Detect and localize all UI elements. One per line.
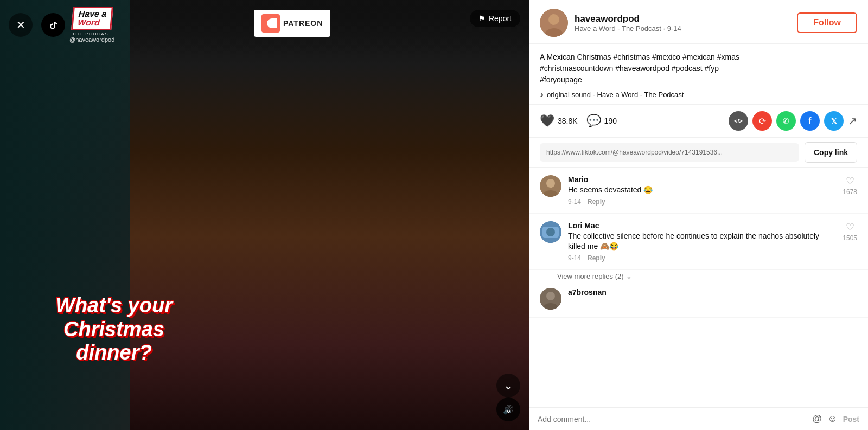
comment-meta: 9-14 Reply — [568, 254, 836, 262]
comment-body: Mario He seems devastated 😂 9-14 Reply — [568, 175, 836, 206]
embed-button[interactable]: </> — [729, 111, 748, 131]
avatar-image — [540, 9, 568, 37]
comments-count: 190 — [604, 117, 617, 125]
link-bar: https://www.tiktok.com/@haveawordpod/vid… — [529, 138, 868, 168]
video-panel: ✕ Have a Word The Podcast @haveawordpod — [0, 0, 529, 430]
svg-point-9 — [546, 228, 555, 236]
comment-meta: 9-14 Reply — [568, 198, 836, 206]
hashtag-mexico[interactable]: #mexico — [652, 53, 680, 61]
user-info: haveawordpod Have a Word - The Podcast ·… — [575, 14, 790, 33]
tiktok-logo[interactable] — [41, 13, 65, 37]
hashtag-mexican[interactable]: #mexican — [682, 53, 715, 61]
description-section: A Mexican Christmas #christmas #mexico #… — [529, 44, 868, 105]
hashtag-fyp[interactable]: #fyp — [705, 64, 719, 73]
post-button[interactable]: Post — [843, 415, 859, 423]
report-button[interactable]: ⚑ Report — [470, 10, 520, 27]
video-blur-left — [0, 0, 136, 430]
emoji-icon[interactable]: ☺ — [827, 413, 837, 425]
chevron-down-icon-2: ⌄ — [503, 378, 513, 393]
twitter-button[interactable]: 𝕏 — [824, 111, 844, 131]
description-text: A Mexican Christmas — [540, 53, 613, 61]
hashtag-haveawordpod[interactable]: #haveawordpod — [615, 64, 669, 73]
user-subtitle: Have a Word - The Podcast · 9-14 — [575, 24, 790, 33]
hashtag-countdown[interactable]: #christmascountdown — [540, 64, 613, 73]
hashtag-podcast[interactable]: #podcast — [672, 64, 703, 73]
comment-like-count: 1678 — [843, 188, 857, 196]
comments-group: 💬 190 — [586, 114, 617, 128]
comment-icon[interactable]: 💬 — [586, 114, 601, 128]
comment-like-group: ♡ 1678 — [843, 175, 857, 196]
chevron-icon: ⌄ — [626, 272, 632, 280]
hashtag-xmas[interactable]: #xmas — [717, 53, 739, 61]
video-person-bg — [130, 0, 529, 430]
reply-button[interactable]: Reply — [588, 254, 605, 262]
comment-like-icon[interactable]: ♡ — [846, 221, 854, 233]
repost-button[interactable]: ⟳ — [752, 111, 772, 131]
sound-text: original sound - Have a Word - The Podca… — [547, 91, 684, 99]
like-icon[interactable]: 🖤 — [540, 114, 554, 128]
comment-like-icon[interactable]: ♡ — [846, 175, 854, 187]
view-replies-text: View more replies (2) — [557, 272, 624, 280]
report-label: Report — [489, 14, 512, 23]
more-share-button[interactable]: ↗ — [848, 114, 857, 127]
comment-item: Lori Mac The collective silence before h… — [529, 214, 868, 270]
comment-body: Lori Mac The collective silence before h… — [568, 221, 836, 262]
patreon-icon-shape — [267, 18, 277, 28]
facebook-icon: f — [808, 116, 811, 126]
twitter-icon: 𝕏 — [831, 117, 837, 125]
at-icon[interactable]: @ — [812, 413, 822, 425]
copy-link-button[interactable]: Copy link — [805, 142, 857, 163]
commenter-name[interactable]: Lori Mac — [568, 221, 836, 230]
comment-like-count: 1505 — [843, 234, 857, 242]
embed-icon: </> — [734, 118, 743, 124]
comment-item: a7brosnan — [529, 280, 868, 318]
patreon-icon — [261, 14, 280, 33]
comment-avatar — [540, 288, 561, 310]
follow-button[interactable]: Follow — [797, 12, 857, 33]
comment-input-bar: @ ☺ Post — [529, 407, 868, 430]
chevron-down-button-2[interactable]: ⌄ — [496, 374, 520, 397]
patreon-button[interactable]: PATREON — [254, 10, 330, 37]
chevron-down-button[interactable]: ⌄ — [496, 397, 520, 421]
svg-point-5 — [546, 179, 555, 188]
comment-avatar — [540, 221, 561, 243]
facebook-button[interactable]: f — [800, 111, 820, 131]
chevron-control-wrapper: ⌄ — [496, 374, 520, 397]
comment-text: The collective silence before he continu… — [568, 231, 836, 252]
actions-bar: 🖤 38.8K 💬 190 </> ⟳ ✆ f 𝕏 ↗ — [529, 105, 868, 138]
username: haveawordpod — [575, 14, 790, 24]
channel-logo: Have a Word The Podcast @haveawordpod — [69, 7, 114, 43]
reply-button[interactable]: Reply — [588, 198, 605, 206]
patreon-label: PATREON — [283, 19, 323, 28]
comment-item: Mario He seems devastated 😂 9-14 Reply ♡… — [529, 168, 868, 214]
video-caption: What's your Christmas dinner? — [27, 294, 201, 365]
comment-input[interactable] — [538, 415, 807, 423]
svg-point-11 — [546, 292, 555, 300]
right-panel: haveawordpod Have a Word - The Podcast ·… — [529, 0, 868, 430]
avatar — [540, 9, 568, 37]
repost-icon: ⟳ — [759, 116, 766, 126]
svg-point-2 — [548, 14, 559, 25]
video-url: https://www.tiktok.com/@haveawordpod/vid… — [540, 143, 799, 162]
rp-header: haveawordpod Have a Word - The Podcast ·… — [529, 0, 868, 44]
tiktok-icon — [46, 18, 60, 32]
comment-date: 9-14 — [568, 198, 581, 206]
sound-info[interactable]: ♪ original sound - Have a Word - The Pod… — [540, 90, 857, 99]
comments-section: Mario He seems devastated 😂 9-14 Reply ♡… — [529, 168, 868, 407]
channel-sub: The Podcast — [72, 31, 112, 36]
video-description: A Mexican Christmas #christmas #mexico #… — [540, 52, 857, 86]
whatsapp-button[interactable]: ✆ — [776, 111, 796, 131]
flag-icon: ⚑ — [478, 14, 486, 23]
view-replies-button[interactable]: View more replies (2) ⌄ — [529, 270, 868, 280]
lori-avatar-image — [540, 221, 561, 243]
mario-avatar-image — [540, 175, 561, 197]
close-button[interactable]: ✕ — [9, 13, 33, 37]
commenter-name[interactable]: Mario — [568, 175, 836, 184]
patreon-wrapper: PATREON — [114, 7, 470, 37]
hashtag-foryoupage[interactable]: #foryoupage — [540, 75, 582, 84]
hashtag-christmas[interactable]: #christmas — [613, 53, 650, 61]
top-left-group: ✕ Have a Word The Podcast @haveawordpod — [9, 7, 114, 43]
commenter-name[interactable]: a7brosnan — [568, 288, 857, 297]
comment-like-group: ♡ 1505 — [843, 221, 857, 242]
chevron-down-icon: ⌄ — [505, 403, 513, 415]
